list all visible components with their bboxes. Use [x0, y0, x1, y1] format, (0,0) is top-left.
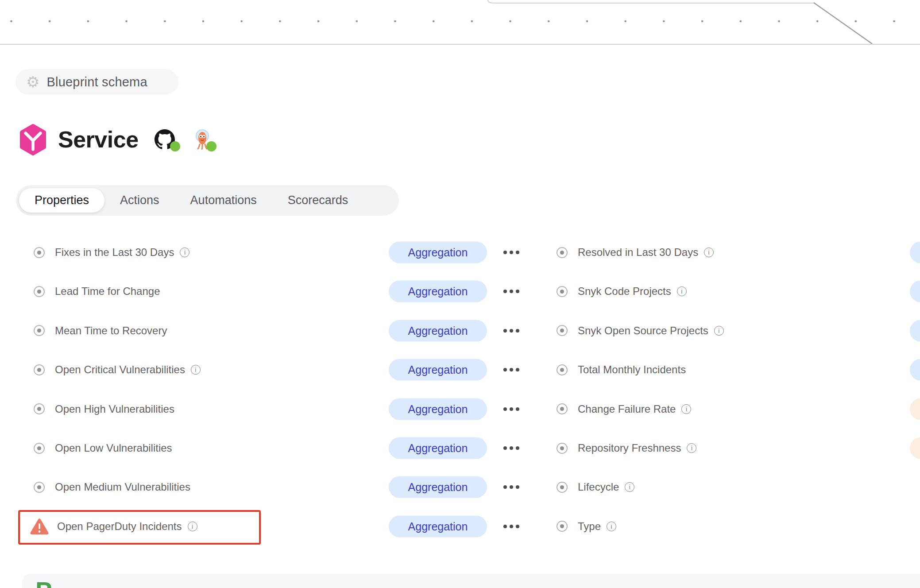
- gear-icon: ⚙: [26, 74, 39, 89]
- ellipsis-menu-icon[interactable]: [503, 482, 520, 492]
- clipped-badge[interactable]: [910, 281, 920, 302]
- property-type-icon: [34, 325, 45, 336]
- clipped-badge[interactable]: [910, 437, 920, 459]
- property-type-icon: [34, 482, 45, 493]
- clipped-badge[interactable]: [910, 320, 920, 341]
- property-label: Open PagerDuty Incidents: [57, 520, 182, 533]
- property-type-icon: [34, 403, 45, 414]
- property-row: Lead Time for Change Aggregation Snyk Co…: [0, 272, 920, 311]
- property-right: Snyk Open Source Projects i: [557, 311, 724, 350]
- tab-scorecards[interactable]: Scorecards: [272, 188, 364, 213]
- property-label: Open Medium Vulnerabilities: [55, 481, 190, 493]
- clipped-badge[interactable]: [910, 242, 920, 263]
- property-left: Lead Time for Change: [34, 272, 160, 311]
- aggregation-badge[interactable]: Aggregation: [389, 437, 487, 459]
- ellipsis-menu-icon[interactable]: [503, 364, 520, 375]
- blueprint-schema-label: Blueprint schema: [46, 75, 147, 89]
- blueprint-schema-page: ⚙ Blueprint schema Service: [0, 0, 920, 588]
- property-label: Fixes in the Last 30 Days: [55, 246, 174, 259]
- ellipsis-menu-icon[interactable]: [503, 404, 520, 414]
- aggregation-badge[interactable]: Aggregation: [389, 359, 487, 381]
- property-row: Open Medium Vulnerabilities Aggregation …: [0, 468, 920, 507]
- clipped-badge[interactable]: [910, 398, 920, 420]
- info-icon[interactable]: i: [188, 522, 197, 531]
- aggregation-badge[interactable]: Aggregation: [389, 320, 487, 341]
- tab-actions[interactable]: Actions: [104, 188, 175, 213]
- property-label: Open High Vulnerabilities: [55, 403, 174, 415]
- warning-icon: [30, 518, 49, 535]
- property-label: Open Low Vulnerabilities: [55, 442, 172, 454]
- tab-properties[interactable]: Properties: [19, 188, 104, 213]
- aggregation-badge[interactable]: Aggregation: [389, 515, 487, 537]
- property-row: Fixes in the Last 30 Days i Aggregation …: [0, 233, 920, 272]
- ellipsis-menu-icon[interactable]: [503, 325, 520, 336]
- property-row: Mean Time to Recovery Aggregation Snyk O…: [0, 311, 920, 350]
- ellipsis-menu-icon[interactable]: [503, 286, 520, 297]
- info-icon[interactable]: i: [625, 482, 634, 492]
- property-type-icon: [557, 325, 568, 336]
- property-type-icon: [557, 521, 568, 532]
- page-title: Service: [58, 126, 139, 153]
- property-label: Lifecycle: [578, 481, 619, 493]
- aggregation-badge[interactable]: Aggregation: [389, 476, 487, 498]
- property-label: Open Critical Vulnerabilities: [55, 364, 185, 376]
- property-type-icon: [557, 443, 568, 454]
- property-right: Type i: [557, 507, 616, 546]
- info-icon[interactable]: i: [180, 248, 189, 257]
- aggregation-badge[interactable]: Aggregation: [389, 242, 487, 263]
- property-left: Open High Vulnerabilities: [34, 390, 174, 429]
- blueprint-schema-button[interactable]: ⚙ Blueprint schema: [15, 69, 178, 95]
- property-row: Open Critical Vulnerabilities i Aggregat…: [0, 350, 920, 389]
- info-icon[interactable]: i: [687, 443, 696, 453]
- property-type-icon: [34, 247, 45, 258]
- property-label: Total Monthly Incidents: [578, 364, 686, 376]
- info-icon[interactable]: i: [704, 248, 714, 257]
- info-icon[interactable]: i: [714, 326, 724, 336]
- clipped-badge[interactable]: [910, 359, 920, 381]
- property-left: Open Low Vulnerabilities: [34, 429, 172, 468]
- info-icon[interactable]: i: [677, 286, 687, 296]
- property-type-icon: [557, 286, 568, 297]
- next-section-panel: [22, 574, 920, 588]
- property-label: Repository Freshness: [578, 442, 681, 454]
- property-row: Open Low Vulnerabilities Aggregation Rep…: [0, 429, 920, 468]
- property-type-icon: [557, 247, 568, 258]
- github-integration-icon[interactable]: [155, 129, 175, 150]
- tab-automations[interactable]: Automations: [175, 188, 272, 213]
- property-label: Resolved in Last 30 Days: [578, 246, 698, 259]
- info-icon[interactable]: i: [191, 365, 201, 375]
- partial-section-letter: P: [35, 578, 52, 588]
- property-left: Open Medium Vulnerabilities: [34, 468, 190, 507]
- property-right: Repository Freshness i: [557, 429, 696, 468]
- ellipsis-menu-icon[interactable]: [503, 443, 520, 453]
- property-row: Open High Vulnerabilities Aggregation Ch…: [0, 390, 920, 429]
- property-right: Resolved in Last 30 Days i: [557, 233, 714, 272]
- property-right: Total Monthly Incidents: [557, 350, 686, 389]
- blueprint-header: Service: [19, 123, 211, 156]
- github-status-dot: [170, 141, 180, 151]
- octopus-status-dot: [206, 141, 216, 151]
- property-left: Open PagerDuty Incidents i: [34, 507, 197, 546]
- property-type-icon: [557, 482, 568, 493]
- aggregation-badge[interactable]: Aggregation: [389, 398, 487, 420]
- properties-list: Fixes in the Last 30 Days i Aggregation …: [0, 233, 920, 547]
- property-label: Snyk Open Source Projects: [578, 325, 708, 337]
- info-icon[interactable]: i: [681, 404, 691, 414]
- property-right: Snyk Code Projects i: [557, 272, 687, 311]
- property-left: Fixes in the Last 30 Days i: [34, 233, 189, 272]
- info-icon[interactable]: i: [607, 522, 616, 531]
- property-type-icon: [34, 286, 45, 297]
- canvas-strip: [0, 0, 920, 45]
- blueprint-cube-icon: [19, 124, 47, 155]
- ellipsis-menu-icon[interactable]: [503, 247, 520, 258]
- property-right: Lifecycle i: [557, 468, 634, 507]
- property-row-highlighted: Open PagerDuty Incidents i Aggregation T…: [0, 507, 920, 546]
- property-label: Lead Time for Change: [55, 285, 160, 298]
- property-label: Mean Time to Recovery: [55, 325, 167, 337]
- octopus-integration-icon[interactable]: [193, 129, 211, 150]
- ellipsis-menu-icon[interactable]: [503, 521, 520, 532]
- aggregation-badge[interactable]: Aggregation: [389, 281, 487, 302]
- property-type-icon: [34, 364, 45, 375]
- property-label: Type: [578, 520, 601, 533]
- property-type-icon: [557, 403, 568, 414]
